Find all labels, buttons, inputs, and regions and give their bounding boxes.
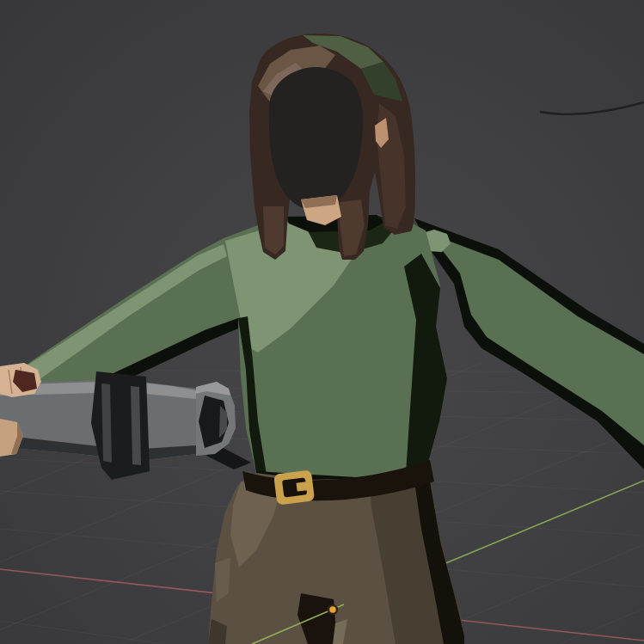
clamp-highlight — [101, 383, 112, 463]
3d-viewport[interactable] — [0, 0, 644, 644]
buckle-tongue — [296, 481, 309, 492]
belt-buckle — [273, 469, 315, 505]
viewport-window — [0, 0, 644, 644]
clamp-highlight-2 — [131, 386, 141, 465]
hair-strand-left — [263, 206, 284, 255]
origin-point[interactable] — [328, 605, 337, 614]
